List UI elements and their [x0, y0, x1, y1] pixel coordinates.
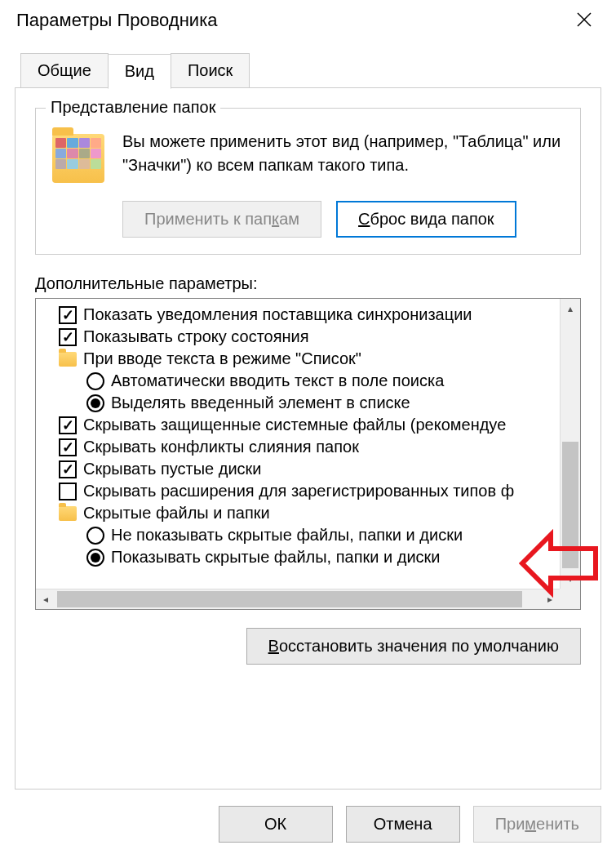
horizontal-scroll-thumb[interactable]	[57, 591, 522, 607]
window-title: Параметры Проводника	[16, 10, 217, 31]
checkbox-icon[interactable]	[59, 460, 77, 478]
apply-button[interactable]: Применить	[473, 806, 601, 843]
folder-view-title: Представление папок	[46, 98, 220, 117]
tree-item-1[interactable]: Показывать строку состояния	[36, 326, 560, 348]
radio-icon[interactable]	[86, 394, 104, 412]
ok-button[interactable]: ОК	[219, 806, 333, 843]
checkbox-icon[interactable]	[59, 483, 77, 500]
checkbox-icon[interactable]	[59, 416, 77, 434]
tree-item-0[interactable]: Показать уведомления поставщика синхрони…	[36, 304, 560, 326]
scroll-up-icon[interactable]: ▴	[561, 299, 580, 318]
close-icon	[575, 11, 593, 29]
checkbox-icon[interactable]	[59, 306, 77, 324]
tree-item-2[interactable]: При вводе текста в режиме "Список"	[36, 348, 560, 370]
checkbox-icon[interactable]	[59, 438, 77, 456]
tree-item-3[interactable]: Автоматически вводить текст в поле поиск…	[36, 370, 560, 392]
radio-icon[interactable]	[86, 527, 104, 545]
tree-item-label: Не показывать скрытые файлы, папки и дис…	[111, 526, 463, 545]
tab-strip: Общие Вид Поиск	[20, 53, 616, 88]
cancel-button[interactable]: Отмена	[346, 806, 460, 843]
vertical-scroll-thumb[interactable]	[562, 442, 578, 568]
restore-row: Восстановить значения по умолчанию	[35, 628, 581, 665]
close-button[interactable]	[569, 8, 600, 33]
scroll-corner	[560, 589, 580, 609]
tab-search[interactable]: Поиск	[171, 53, 250, 88]
tree-item-label: Показывать скрытые файлы, папки и диски	[111, 548, 440, 567]
scroll-down-icon[interactable]: ▾	[561, 569, 580, 589]
tree-item-10[interactable]: Не показывать скрытые файлы, папки и дис…	[36, 524, 560, 546]
tree-item-9[interactable]: Скрытые файлы и папки	[36, 502, 560, 524]
tree-item-5[interactable]: Скрывать защищенные системные файлы (рек…	[36, 414, 560, 436]
folder-icon	[59, 352, 77, 367]
tab-panel-view: Представление папок Вы можете применить …	[15, 87, 601, 790]
apply-to-folders-button[interactable]: Применить к папкам	[122, 201, 321, 238]
tree-item-label: Скрытые файлы и папки	[83, 504, 270, 523]
tab-general[interactable]: Общие	[20, 53, 109, 88]
tree-item-label: Показывать строку состояния	[83, 327, 309, 346]
tree-item-label: Скрывать пустые диски	[83, 460, 262, 478]
advanced-tree-viewport[interactable]: Показать уведомления поставщика синхрони…	[36, 299, 560, 589]
tree-item-label: Показать уведомления поставщика синхрони…	[83, 305, 472, 324]
scroll-left-icon[interactable]: ◂	[36, 589, 55, 609]
folder-icon	[52, 134, 104, 183]
reset-folder-view-button[interactable]: Сброс вида папок	[336, 201, 516, 238]
vertical-scrollbar[interactable]: ▴ ▾	[560, 299, 580, 589]
checkbox-icon[interactable]	[59, 328, 77, 346]
advanced-label: Дополнительные параметры:	[35, 274, 581, 293]
horizontal-scrollbar[interactable]: ◂ ▸	[36, 589, 560, 609]
folder-view-buttons: Применить к папкам Сброс вида папок	[122, 201, 564, 238]
tree-item-label: Скрывать расширения для зарегистрированн…	[83, 482, 514, 500]
tree-item-label: Выделять введенный элемент в списке	[111, 394, 410, 412]
tree-item-label: Скрывать защищенные системные файлы (рек…	[83, 416, 506, 434]
radio-icon[interactable]	[86, 549, 104, 567]
tree-item-8[interactable]: Скрывать расширения для зарегистрированн…	[36, 480, 560, 502]
tree-item-11[interactable]: Показывать скрытые файлы, папки и диски	[36, 546, 560, 568]
folder-view-row: Вы можете применить этот вид (например, …	[52, 130, 564, 183]
radio-icon[interactable]	[86, 372, 104, 390]
tree-item-label: При вводе текста в режиме "Список"	[83, 349, 361, 368]
dialog-buttons: ОК Отмена Применить	[219, 806, 601, 843]
tree-item-6[interactable]: Скрывать конфликты слияния папок	[36, 436, 560, 458]
tree-item-7[interactable]: Скрывать пустые диски	[36, 458, 560, 480]
scroll-right-icon[interactable]: ▸	[540, 589, 560, 609]
folder-icon	[59, 506, 77, 521]
tree-item-label: Автоматически вводить текст в поле поиск…	[111, 371, 444, 390]
restore-defaults-button[interactable]: Восстановить значения по умолчанию	[246, 628, 581, 665]
title-bar: Параметры Проводника	[0, 0, 616, 41]
tree-item-4[interactable]: Выделять введенный элемент в списке	[36, 392, 560, 414]
folder-view-description: Вы можете применить этот вид (например, …	[122, 130, 564, 177]
tab-view[interactable]: Вид	[108, 54, 171, 89]
folder-view-groupbox: Представление папок Вы можете применить …	[35, 108, 581, 255]
advanced-tree: Показать уведомления поставщика синхрони…	[35, 298, 581, 610]
tree-item-label: Скрывать конфликты слияния папок	[83, 438, 359, 456]
